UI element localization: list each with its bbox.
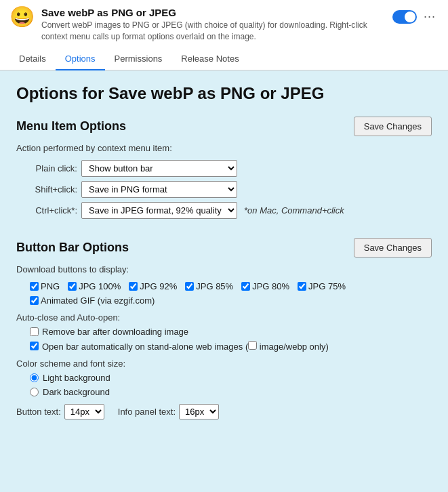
tab-details[interactable]: Details <box>9 48 56 70</box>
ctrl-click-row: Ctrl+click*: Save in JPEG format, 92% qu… <box>16 202 432 219</box>
extension-icon: 😀 <box>9 7 35 27</box>
cb-jpg92-label: JPG 92% <box>140 281 177 291</box>
main-content: Options for Save webP as PNG or JPEG Men… <box>0 70 448 492</box>
button-section: Button Bar Options Save Changes Download… <box>16 238 432 419</box>
dark-bg-label: Dark background <box>43 387 110 397</box>
page-title: Options for Save webP as PNG or JPEG <box>16 84 432 103</box>
button-section-header: Button Bar Options Save Changes <box>16 238 432 258</box>
cb-jpg80-label: JPG 80% <box>252 281 289 291</box>
dark-bg-radio[interactable] <box>30 388 39 396</box>
open-bar-label: Open bar automatically on stand-alone we… <box>42 341 329 352</box>
remove-bar-option[interactable]: Remove bar after downloading image <box>30 327 432 337</box>
tab-bar: Details Options Permissions Release Note… <box>0 48 448 70</box>
dark-bg-option[interactable]: Dark background <box>30 387 432 397</box>
cb-jpg85[interactable]: JPG 85% <box>185 281 233 291</box>
remove-bar-checkbox[interactable] <box>30 327 39 336</box>
webp-only-checkbox[interactable] <box>248 341 257 350</box>
plain-click-label: Plain click: <box>16 163 77 173</box>
open-bar-checkbox[interactable] <box>30 342 39 350</box>
header-text: Save webP as PNG or JPEG Convert webP im… <box>41 7 386 43</box>
menu-action-desc: Action performed by context menu item: <box>16 143 432 153</box>
cb-jpg100-input[interactable] <box>68 282 77 291</box>
color-label: Color scheme and font size: <box>16 358 432 369</box>
light-bg-radio[interactable] <box>30 373 39 382</box>
cb-gif-label: Animated GIF (via ezgif.com) <box>41 295 155 306</box>
button-save-button[interactable]: Save Changes <box>354 238 432 258</box>
cb-jpg85-label: JPG 85% <box>196 281 233 291</box>
cb-jpg100[interactable]: JPG 100% <box>68 281 121 291</box>
btn-text-select[interactable]: 14px 12px 16px 18px <box>64 404 104 419</box>
cb-jpg75-label: JPG 75% <box>308 281 346 291</box>
mac-note: *on Mac, Command+click <box>244 205 344 216</box>
download-buttons-row1: PNG JPG 100% JPG 92% JPG 85% JPG 80% <box>30 281 432 291</box>
btn-text-group: Button text: 14px 12px 16px 18px <box>16 404 104 419</box>
open-bar-option[interactable]: Open bar automatically on stand-alone we… <box>30 341 432 352</box>
shift-click-label: Shift+click: <box>16 184 77 194</box>
cb-png[interactable]: PNG <box>30 281 60 291</box>
cb-gif[interactable]: Animated GIF (via ezgif.com) <box>30 295 155 306</box>
shift-click-select[interactable]: Save in PNG format Show button bar Save … <box>81 181 237 198</box>
cb-png-label: PNG <box>41 281 60 291</box>
cb-jpg85-input[interactable] <box>185 282 194 291</box>
download-buttons-label: Download buttons to display: <box>16 264 432 274</box>
extension-description: Convert webP images to PNG or JPEG (with… <box>41 20 386 43</box>
menu-section-header: Menu Item Options Save Changes <box>16 117 432 136</box>
light-bg-label: Light background <box>43 373 110 383</box>
plain-click-row: Plain click: Show button bar Save in PNG… <box>16 160 432 177</box>
ctrl-click-label: Ctrl+click*: <box>16 205 77 216</box>
extension-header: 😀 Save webP as PNG or JPEG Convert webP … <box>0 0 448 48</box>
font-size-row: Button text: 14px 12px 16px 18px Info pa… <box>16 404 432 419</box>
info-text-label: Info panel text: <box>118 407 176 417</box>
header-controls: ··· <box>392 7 439 25</box>
color-scheme-group: Light background Dark background <box>16 373 432 397</box>
remove-bar-label: Remove bar after downloading image <box>42 327 188 337</box>
tab-options[interactable]: Options <box>56 48 105 70</box>
download-buttons-row2: Animated GIF (via ezgif.com) <box>30 295 432 306</box>
webp-only-inline <box>248 341 257 350</box>
button-section-title: Button Bar Options <box>16 241 129 255</box>
info-text-group: Info panel text: 16px 14px 12px 18px <box>118 404 219 419</box>
cb-jpg75-input[interactable] <box>298 282 306 291</box>
extension-title: Save webP as PNG or JPEG <box>41 7 386 18</box>
plain-click-select[interactable]: Show button bar Save in PNG format Save … <box>81 160 237 177</box>
menu-save-button[interactable]: Save Changes <box>354 117 432 136</box>
menu-section: Menu Item Options Save Changes Action pe… <box>16 117 432 219</box>
cb-jpg80[interactable]: JPG 80% <box>241 281 289 291</box>
ctrl-click-select[interactable]: Save in JPEG format, 92% quality Save in… <box>81 202 237 219</box>
light-bg-option[interactable]: Light background <box>30 373 432 383</box>
cb-jpg80-input[interactable] <box>241 282 250 291</box>
enable-toggle[interactable] <box>392 10 417 24</box>
menu-section-title: Menu Item Options <box>16 119 126 134</box>
tab-permissions[interactable]: Permissions <box>105 48 172 70</box>
cb-jpg92[interactable]: JPG 92% <box>129 281 177 291</box>
more-options-button[interactable]: ··· <box>421 8 439 25</box>
cb-jpg75[interactable]: JPG 75% <box>298 281 346 291</box>
tab-release-notes[interactable]: Release Notes <box>171 48 248 70</box>
cb-jpg100-label: JPG 100% <box>79 281 121 291</box>
btn-text-label: Button text: <box>16 407 61 417</box>
autoclose-label: Auto-close and Auto-open: <box>16 312 432 323</box>
cb-gif-input[interactable] <box>30 296 39 305</box>
cb-jpg92-input[interactable] <box>129 282 138 291</box>
shift-click-row: Shift+click: Save in PNG format Show but… <box>16 181 432 198</box>
cb-png-input[interactable] <box>30 282 39 291</box>
info-text-select[interactable]: 16px 14px 12px 18px <box>179 404 219 419</box>
